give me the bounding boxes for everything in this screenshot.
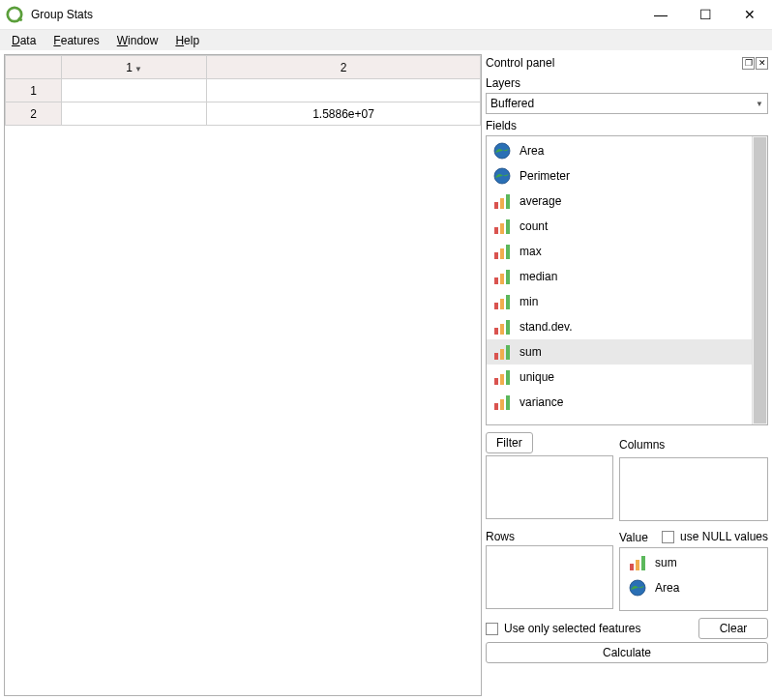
- svg-rect-7: [500, 198, 504, 209]
- value-dropbox[interactable]: sumArea: [619, 547, 768, 611]
- menu-data[interactable]: Data: [4, 32, 44, 49]
- panel-title: Control panel: [486, 56, 742, 70]
- panel-header: Control panel ❐ ✕: [486, 54, 768, 72]
- field-label: count: [520, 219, 548, 233]
- chevron-down-icon: ▼: [756, 100, 763, 108]
- field-label: unique: [520, 370, 554, 384]
- scrollbar-thumb[interactable]: [754, 137, 766, 423]
- svg-rect-30: [494, 403, 498, 410]
- calculate-button[interactable]: Calculate: [486, 642, 768, 663]
- field-row[interactable]: count: [487, 214, 752, 239]
- field-row[interactable]: variance: [487, 390, 752, 415]
- svg-rect-31: [500, 399, 504, 410]
- app-icon: [6, 6, 23, 23]
- col-header-1[interactable]: 1▼: [62, 56, 207, 79]
- svg-rect-33: [630, 564, 634, 570]
- globe-icon: [492, 166, 512, 186]
- field-label: stand.dev.: [520, 320, 572, 334]
- value-label: Value: [619, 531, 648, 544]
- cell-2-2[interactable]: 1.5886e+07: [207, 102, 481, 126]
- use-null-label: use NULL values: [680, 530, 768, 543]
- sort-icon: ▼: [134, 65, 142, 73]
- field-label: variance: [520, 395, 563, 409]
- field-label: sum: [655, 556, 677, 569]
- svg-rect-10: [500, 223, 504, 234]
- field-label: Perimeter: [520, 169, 570, 183]
- use-null-checkbox[interactable]: [662, 531, 674, 543]
- svg-rect-34: [636, 560, 639, 570]
- svg-rect-22: [500, 324, 504, 335]
- field-row[interactable]: unique: [487, 365, 752, 390]
- close-button[interactable]: ✕: [727, 0, 772, 29]
- scrollbar[interactable]: [752, 136, 767, 424]
- cell-1-2[interactable]: [207, 79, 481, 102]
- field-row[interactable]: average: [487, 189, 752, 214]
- svg-rect-25: [500, 349, 504, 360]
- columns-dropbox[interactable]: [619, 457, 768, 521]
- detach-panel-icon[interactable]: ❐: [742, 57, 755, 70]
- field-label: min: [520, 295, 538, 308]
- table-row: 2 1.5886e+07: [6, 102, 481, 126]
- field-row[interactable]: stand.dev.: [487, 314, 752, 339]
- window-controls: — ☐ ✕: [638, 0, 772, 29]
- bars-icon: [492, 342, 512, 362]
- col-header-2[interactable]: 2: [207, 56, 481, 79]
- cell-2-1[interactable]: [62, 102, 207, 126]
- clear-button[interactable]: Clear: [698, 618, 768, 639]
- svg-rect-8: [506, 194, 510, 209]
- layers-value: Buffered: [490, 97, 534, 110]
- field-row[interactable]: median: [487, 264, 752, 289]
- field-row[interactable]: max: [487, 239, 752, 264]
- svg-rect-9: [494, 227, 498, 234]
- close-panel-icon[interactable]: ✕: [756, 57, 768, 70]
- field-label: average: [520, 194, 561, 208]
- field-row[interactable]: Perimeter: [487, 163, 752, 189]
- field-row[interactable]: Area: [622, 575, 765, 600]
- titlebar: Group Stats — ☐ ✕: [0, 0, 772, 29]
- globe-icon: [628, 578, 647, 598]
- rows-label: Rows: [486, 530, 613, 543]
- filter-dropbox[interactable]: [486, 455, 613, 519]
- control-panel: Control panel ❐ ✕ Layers Buffered ▼ Fiel…: [486, 54, 768, 696]
- field-row[interactable]: min: [487, 289, 752, 314]
- svg-rect-26: [506, 345, 510, 360]
- svg-rect-32: [506, 395, 510, 410]
- svg-rect-24: [494, 353, 498, 360]
- menu-help[interactable]: Help: [167, 32, 207, 49]
- field-row[interactable]: sum: [622, 550, 765, 575]
- maximize-button[interactable]: ☐: [683, 0, 727, 29]
- svg-rect-16: [500, 274, 504, 284]
- globe-icon: [492, 141, 512, 160]
- rows-dropbox[interactable]: [486, 545, 613, 609]
- menu-window[interactable]: Window: [109, 32, 166, 49]
- field-row[interactable]: Area: [487, 138, 752, 163]
- table-row: 1: [6, 79, 481, 102]
- bars-icon: [492, 292, 512, 311]
- svg-rect-20: [506, 295, 510, 309]
- svg-rect-12: [494, 252, 498, 259]
- cell-1-1[interactable]: [62, 79, 207, 102]
- svg-rect-11: [506, 219, 510, 234]
- col-header-1-label: 1: [126, 61, 133, 74]
- layers-select[interactable]: Buffered ▼: [486, 93, 768, 114]
- bars-icon: [628, 553, 647, 572]
- use-selected-label: Use only selected features: [504, 622, 640, 635]
- svg-rect-35: [641, 556, 645, 570]
- table-corner[interactable]: [6, 56, 62, 79]
- row-header-1[interactable]: 1: [6, 79, 62, 102]
- bars-icon: [492, 242, 512, 261]
- filter-button[interactable]: Filter: [486, 432, 533, 453]
- svg-rect-28: [500, 374, 504, 385]
- bars-icon: [492, 191, 512, 211]
- field-label: sum: [520, 345, 542, 359]
- bars-icon: [492, 317, 512, 336]
- fields-list[interactable]: AreaPerimeteraveragecountmaxmedianminsta…: [487, 136, 752, 424]
- minimize-button[interactable]: —: [638, 0, 683, 29]
- svg-rect-27: [494, 378, 498, 385]
- menu-features[interactable]: Features: [45, 32, 106, 49]
- use-selected-checkbox[interactable]: [486, 623, 498, 635]
- field-row[interactable]: sum: [487, 339, 752, 365]
- svg-rect-21: [494, 328, 498, 335]
- results-table: 1▼ 2 1 2 1.5886e+07: [5, 55, 481, 126]
- row-header-2[interactable]: 2: [6, 102, 62, 126]
